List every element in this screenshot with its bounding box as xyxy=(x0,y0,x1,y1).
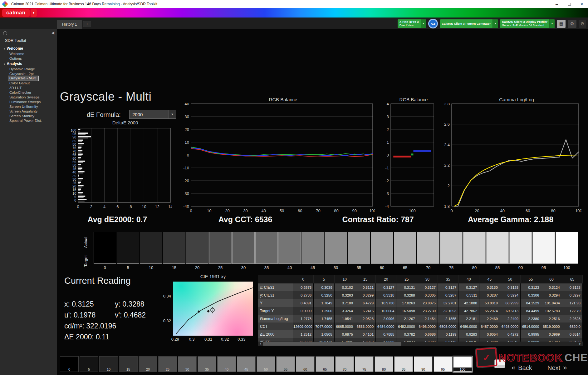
swatch-level-label: 80 xyxy=(463,265,486,270)
svg-text:15: 15 xyxy=(72,188,76,192)
secondary-gear-icon[interactable]: ⚙ xyxy=(579,20,586,28)
svg-text:10: 10 xyxy=(72,192,76,195)
table-cell: 0.3318 xyxy=(376,291,396,299)
svg-text:20: 20 xyxy=(475,208,479,213)
svg-text:60: 60 xyxy=(526,208,530,213)
sidebar-item-3d-lut[interactable]: 3D LUT xyxy=(0,85,57,90)
table-col-header-35: 35 xyxy=(438,275,458,283)
sidebar-item-welcome[interactable]: Welcome xyxy=(0,51,57,56)
pattern-swatch-15[interactable]: 15 xyxy=(119,356,138,372)
meter-selector[interactable]: X-Rite i1Pro 3 Direct View ▼ xyxy=(398,19,426,28)
de-formula-dropdown[interactable]: 2000 ▼ xyxy=(129,110,176,119)
pattern-swatch-95[interactable]: 95 xyxy=(434,356,452,372)
add-tab-button[interactable]: + xyxy=(83,21,91,27)
scrollbar-thumb[interactable] xyxy=(263,342,401,346)
pattern-swatch-85[interactable]: 85 xyxy=(394,356,413,372)
table-cell: 0.3130 xyxy=(479,283,500,291)
sidebar-item-luminance-sweeps[interactable]: Luminance Sweeps xyxy=(0,99,57,104)
sidebar-item-options[interactable]: Options xyxy=(0,56,57,61)
pattern-swatch-label: 70 xyxy=(336,368,354,371)
table-cell: 0.3782 xyxy=(396,330,417,338)
svg-text:90: 90 xyxy=(352,208,357,213)
sidebar-item-spectral-power-dist[interactable]: Spectral Power Dist. xyxy=(0,118,57,123)
table-scrollbar[interactable]: ◄ ► xyxy=(258,342,583,346)
display-profiler-dropdown-arrow-icon[interactable]: ▼ xyxy=(549,19,555,28)
group-expand-icon[interactable]: ▾ xyxy=(4,47,5,50)
pattern-swatch-90[interactable]: 90 xyxy=(414,356,433,372)
tab-history-1[interactable]: History 1 xyxy=(57,20,82,29)
pattern-swatch-100[interactable]: 100 xyxy=(453,356,472,372)
maximize-button[interactable]: □ xyxy=(563,0,576,8)
pattern-generator-selector[interactable]: CalMAN Client 3 Pattern Generator ▼ xyxy=(440,19,498,28)
group-expand-icon[interactable]: ▾ xyxy=(4,62,5,66)
sidebar-item-screen-angularity[interactable]: Screen Angularity xyxy=(0,109,57,113)
pattern-swatch-40[interactable]: 40 xyxy=(217,356,236,372)
pattern-swatch-0[interactable]: 0 xyxy=(60,356,79,372)
pattern-swatch-label: 45 xyxy=(237,368,255,371)
sidebar-item-color-gamut[interactable]: Color Gamut xyxy=(0,81,57,85)
sidebar-item-colorchecker[interactable]: ColorChecker xyxy=(0,90,57,95)
table-cell: 53.8019 xyxy=(479,299,500,307)
pattern-swatch-45[interactable]: 45 xyxy=(237,356,256,372)
display-capture-icon[interactable]: ▦ xyxy=(557,20,566,28)
sidebar-item-grayscale-2pt[interactable]: Grayscale - 2pt xyxy=(0,71,57,76)
pattern-swatch-35[interactable]: 35 xyxy=(198,356,216,372)
table-row-cct: CCT12609.00007047.00006665.00006533.0000… xyxy=(258,322,583,330)
pattern-swatch-65[interactable]: 65 xyxy=(316,356,334,372)
swatch-box xyxy=(301,232,324,264)
table-cell: 0.3969 xyxy=(541,330,562,338)
pattern-generator-dropdown-arrow-icon[interactable]: ▼ xyxy=(492,19,498,28)
table-cell: 2.0523 xyxy=(355,315,375,322)
calman-logo[interactable]: calman ▼ xyxy=(2,9,37,17)
table-cell: 0.3288 xyxy=(396,291,417,299)
table-col-header-5: 5 xyxy=(314,275,334,283)
table-cell: 0.3287 xyxy=(479,291,500,299)
scroll-left-icon[interactable]: ◄ xyxy=(258,342,263,345)
scroll-right-icon[interactable]: ► xyxy=(578,342,583,345)
swatch-box xyxy=(163,232,185,264)
table-cell: 7047.0000 xyxy=(314,322,334,330)
pattern-swatch-70[interactable]: 70 xyxy=(335,356,354,372)
minimize-button[interactable]: – xyxy=(551,0,563,8)
workflow-dot-icon[interactable] xyxy=(3,31,7,35)
display-profiler-selector[interactable]: CalMAN Client 3 Display Profiler Generic… xyxy=(500,19,555,28)
scrollbar-track[interactable] xyxy=(263,342,578,346)
pattern-swatch-60[interactable]: 60 xyxy=(296,356,315,372)
sidebar-item-screen-uniformity[interactable]: Screen Uniformity xyxy=(0,104,57,109)
pattern-swatch-20[interactable]: 20 xyxy=(139,356,157,372)
logo-menu-arrow-icon[interactable]: ▼ xyxy=(31,9,37,17)
pattern-swatch-label: 10 xyxy=(100,368,118,371)
table-cell: 2.0996 xyxy=(376,315,396,322)
pattern-swatch-10[interactable]: 10 xyxy=(99,356,118,372)
sidebar-item-saturation-sweeps[interactable]: Saturation Sweeps xyxy=(0,95,57,99)
meter-dropdown-arrow-icon[interactable]: ▼ xyxy=(421,19,426,28)
pattern-swatch-25[interactable]: 25 xyxy=(158,356,177,372)
pattern-swatch-50[interactable]: 50 xyxy=(257,356,275,372)
sidebar-item-dynamic-range[interactable]: Dynamic Range xyxy=(0,67,57,71)
swatch-level-label: 45 xyxy=(301,265,324,270)
table-cell: 2.2623 xyxy=(562,315,582,322)
close-button[interactable]: × xyxy=(576,0,588,8)
grayscale-swatch-40: 40 xyxy=(278,232,301,270)
table-cell: 0.3299 xyxy=(355,291,375,299)
table-cell: 0.3263 xyxy=(334,291,355,299)
pattern-swatch-75[interactable]: 75 xyxy=(355,356,374,372)
grayscale-strip-swatches: 0510152025303540455055606570758085909510… xyxy=(94,232,578,270)
pattern-swatch-80[interactable]: 80 xyxy=(375,356,393,372)
calman-logo-text[interactable]: calman xyxy=(2,9,30,17)
pattern-swatch-5[interactable]: 5 xyxy=(80,356,98,372)
sidebar-group-welcome[interactable]: ▾Welcome xyxy=(0,45,57,51)
sidebar-group-analysis[interactable]: ▾Analysis xyxy=(0,61,57,67)
grayscale-swatch-30: 30 xyxy=(232,232,255,270)
sidebar-collapse-icon[interactable]: ◀ xyxy=(51,31,54,35)
display-profiler-device: Generic PnP Monitor 34 Standard xyxy=(502,24,547,27)
settings-gear-icon[interactable]: ⚙ xyxy=(568,20,576,28)
pattern-swatch-30[interactable]: 30 xyxy=(178,356,197,372)
pattern-swatch-55[interactable]: 55 xyxy=(276,356,295,372)
svg-text:35: 35 xyxy=(72,174,76,178)
sidebar-item-grayscale-multi[interactable]: Grayscale - Multi xyxy=(8,76,38,81)
table-cell: 2.1855 xyxy=(438,315,458,322)
swatch-box xyxy=(325,232,347,264)
table-cell: 0.6514 xyxy=(562,330,582,338)
sidebar-item-screen-stability[interactable]: Screen Stability xyxy=(0,113,57,118)
